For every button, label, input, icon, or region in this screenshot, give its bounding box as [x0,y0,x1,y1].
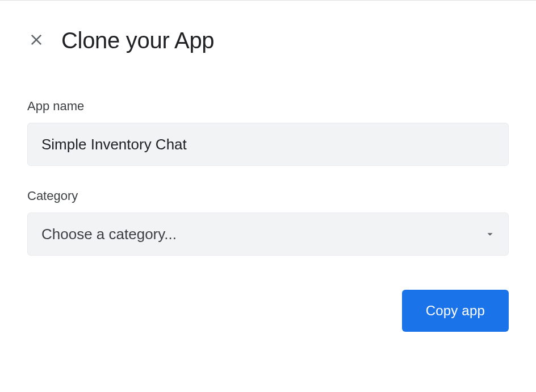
category-label: Category [27,189,509,203]
category-field-group: Category Choose a category... [27,189,509,256]
category-select[interactable]: Choose a category... [27,212,509,256]
close-icon [28,32,44,49]
app-name-input[interactable] [27,123,509,166]
dialog-actions: Copy app [27,290,509,332]
clone-app-dialog: Clone your App App name Category Choose … [0,1,536,359]
close-button[interactable] [27,32,45,50]
dialog-header: Clone your App [27,28,509,53]
app-name-label: App name [27,99,509,114]
app-name-field-group: App name [27,99,509,166]
copy-app-button[interactable]: Copy app [402,290,509,332]
dialog-title: Clone your App [61,28,214,53]
category-select-value: Choose a category... [41,226,177,243]
category-select-wrap: Choose a category... [27,212,509,256]
